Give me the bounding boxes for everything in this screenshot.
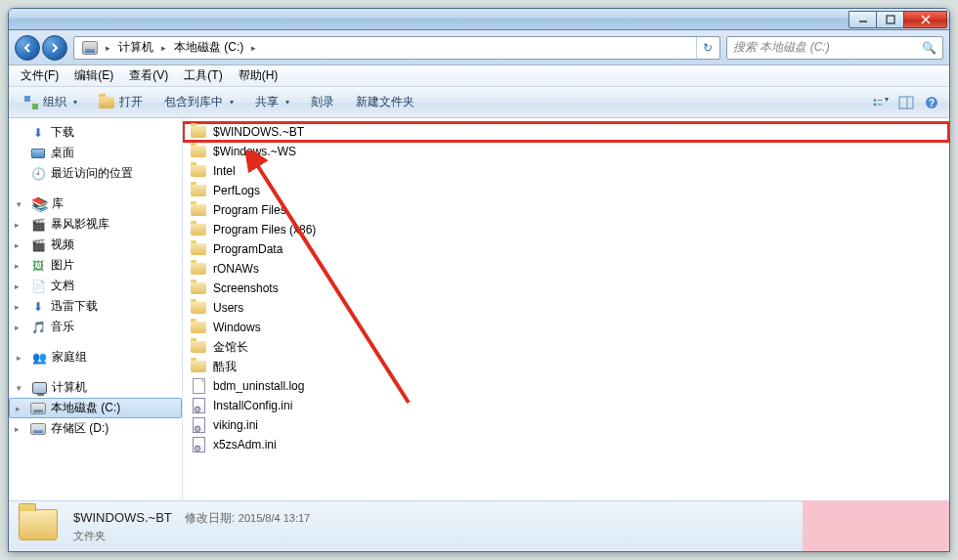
file-row[interactable]: rONAWs bbox=[183, 259, 949, 279]
file-name: x5zsAdm.ini bbox=[213, 438, 277, 452]
burn-button[interactable]: 刻录 bbox=[301, 90, 344, 114]
tree-item[interactable]: ▸🖼图片 bbox=[9, 255, 182, 276]
file-row[interactable]: 酷我 bbox=[183, 357, 949, 376]
file-row[interactable]: InstallConfig.ini bbox=[183, 396, 949, 415]
tree-item[interactable]: ▸🎬暴风影视库 bbox=[9, 214, 182, 235]
file-row[interactable]: PerfLogs bbox=[183, 181, 949, 200]
forward-button[interactable] bbox=[42, 35, 67, 61]
file-row[interactable]: ProgramData bbox=[183, 239, 949, 259]
details-icon bbox=[19, 509, 60, 544]
minimize-button[interactable] bbox=[849, 11, 877, 28]
expand-icon[interactable]: ▸ bbox=[15, 240, 20, 250]
details-moddate: 2015/8/4 13:17 bbox=[239, 512, 310, 524]
include-library-button[interactable]: 包含到库中 bbox=[154, 90, 243, 114]
tree-item[interactable]: ▸本地磁盘 (C:) bbox=[9, 398, 182, 418]
file-row[interactable]: Windows bbox=[183, 318, 949, 337]
tree-item[interactable]: ▸⬇迅雷下载 bbox=[9, 296, 182, 317]
breadcrumb-computer[interactable]: 计算机 bbox=[112, 37, 159, 58]
folder-icon bbox=[191, 341, 206, 353]
tree-label: 存储区 (D:) bbox=[51, 420, 109, 437]
view-button[interactable] bbox=[869, 91, 893, 114]
tree-item[interactable]: ▾计算机 bbox=[9, 377, 182, 398]
tree-item[interactable]: ▸👥家庭组 bbox=[9, 347, 182, 367]
open-button[interactable]: 打开 bbox=[89, 90, 152, 114]
close-button[interactable] bbox=[903, 11, 947, 28]
svg-rect-4 bbox=[874, 99, 877, 102]
file-name: Screenshots bbox=[213, 281, 279, 295]
tree-item[interactable]: ▸🎵音乐 bbox=[9, 317, 182, 337]
file-row[interactable]: 金馆长 bbox=[183, 337, 949, 357]
details-type: 文件夹 bbox=[73, 529, 310, 543]
file-name: viking.ini bbox=[213, 418, 258, 432]
file-row[interactable]: $WINDOWS.~BT bbox=[183, 122, 949, 142]
new-folder-button[interactable]: 新建文件夹 bbox=[346, 90, 424, 114]
file-row[interactable]: Users bbox=[183, 298, 949, 318]
search-placeholder: 搜索 本地磁盘 (C:) bbox=[733, 39, 830, 56]
tree-label: 家庭组 bbox=[52, 349, 87, 366]
tree-item[interactable]: 🕘最近访问的位置 bbox=[9, 163, 182, 184]
tree-item[interactable]: ▾📚库 bbox=[9, 194, 182, 214]
file-row[interactable]: Program Files (x86) bbox=[183, 220, 949, 239]
tree-item[interactable]: ▸存储区 (D:) bbox=[9, 418, 182, 439]
menu-help[interactable]: 帮助(H) bbox=[231, 65, 286, 86]
organize-button[interactable]: 组织 bbox=[15, 90, 87, 114]
help-button[interactable]: ? bbox=[920, 91, 943, 114]
tree-label: 最近访问的位置 bbox=[51, 165, 133, 182]
expand-icon[interactable]: ▸ bbox=[15, 220, 20, 230]
share-button[interactable]: 共享 bbox=[245, 90, 299, 114]
breadcrumb-drive[interactable]: 本地磁盘 (C:) bbox=[168, 37, 249, 58]
back-button[interactable] bbox=[15, 35, 40, 61]
tree-label: 计算机 bbox=[52, 379, 87, 396]
ini-icon bbox=[193, 417, 205, 433]
tree-item[interactable]: 桌面 bbox=[9, 143, 182, 163]
menu-file[interactable]: 文件(F) bbox=[13, 65, 66, 86]
search-input[interactable]: 搜索 本地磁盘 (C:) 🔍 bbox=[726, 36, 943, 60]
expand-icon[interactable]: ▸ bbox=[15, 302, 20, 312]
explorer-window: ▸ 计算机 ▸ 本地磁盘 (C:) ▸ ↻ 搜索 本地磁盘 (C:) 🔍 文件(… bbox=[8, 8, 950, 552]
file-name: Program Files (x86) bbox=[213, 223, 316, 237]
menu-tools[interactable]: 工具(T) bbox=[176, 65, 230, 86]
file-name: Users bbox=[213, 301, 243, 315]
search-icon[interactable]: 🔍 bbox=[922, 41, 936, 55]
tree-item[interactable]: ⬇下载 bbox=[9, 122, 182, 143]
file-row[interactable]: bdm_uninstall.log bbox=[183, 376, 949, 396]
file-row[interactable]: Intel bbox=[183, 161, 949, 181]
folder-icon bbox=[191, 185, 206, 196]
refresh-button[interactable]: ↻ bbox=[696, 37, 718, 59]
svg-text:?: ? bbox=[929, 98, 935, 108]
menu-edit[interactable]: 编辑(E) bbox=[66, 65, 121, 86]
expand-icon[interactable]: ▸ bbox=[15, 323, 20, 332]
chevron-icon[interactable]: ▸ bbox=[161, 43, 166, 53]
nav-tree: ⬇下载桌面🕘最近访问的位置▾📚库▸🎬暴风影视库▸🎬视频▸🖼图片▸📄文档▸⬇迅雷下… bbox=[9, 118, 183, 500]
file-name: Intel bbox=[213, 164, 236, 178]
tree-item[interactable]: ▸📄文档 bbox=[9, 276, 182, 296]
tree-label: 桌面 bbox=[51, 145, 74, 161]
tree-label: 迅雷下载 bbox=[51, 298, 98, 315]
expand-icon[interactable]: ▸ bbox=[15, 424, 20, 434]
chevron-icon[interactable]: ▸ bbox=[106, 43, 110, 53]
expand-icon[interactable]: ▸ bbox=[15, 281, 20, 291]
file-row[interactable]: x5zsAdm.ini bbox=[183, 435, 949, 454]
file-name: 酷我 bbox=[213, 359, 237, 375]
file-row[interactable]: Program Files bbox=[183, 200, 949, 220]
ini-icon bbox=[193, 437, 205, 452]
folder-icon bbox=[191, 204, 206, 216]
tree-label: 文档 bbox=[51, 278, 74, 294]
address-bar[interactable]: ▸ 计算机 ▸ 本地磁盘 (C:) ▸ ↻ bbox=[73, 36, 720, 60]
tree-item[interactable]: ▸🎬视频 bbox=[9, 235, 182, 255]
open-icon bbox=[99, 97, 114, 108]
maximize-button[interactable] bbox=[876, 11, 904, 28]
file-row[interactable]: viking.ini bbox=[183, 415, 949, 435]
menu-view[interactable]: 查看(V) bbox=[121, 65, 176, 86]
expand-icon[interactable]: ▸ bbox=[16, 404, 21, 413]
file-row[interactable]: Screenshots bbox=[183, 279, 949, 298]
breadcrumb-root[interactable] bbox=[76, 39, 104, 57]
expand-icon[interactable]: ▸ bbox=[15, 261, 20, 271]
chevron-icon[interactable]: ▸ bbox=[251, 43, 256, 53]
file-row[interactable]: $Windows.~WS bbox=[183, 142, 949, 161]
preview-pane-button[interactable] bbox=[894, 91, 918, 114]
file-name: Program Files bbox=[213, 203, 286, 217]
folder-icon bbox=[191, 126, 206, 138]
file-name: 金馆长 bbox=[213, 339, 248, 356]
file-name: rONAWs bbox=[213, 262, 259, 276]
